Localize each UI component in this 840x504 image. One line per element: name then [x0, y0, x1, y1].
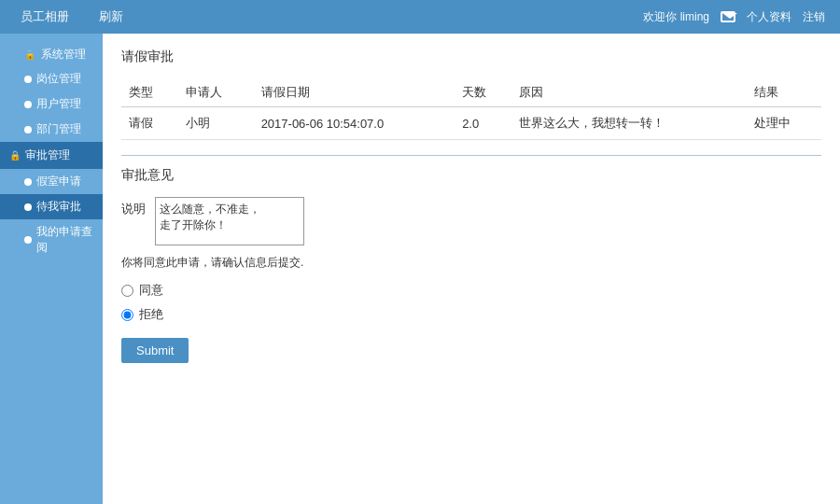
dot-icon-4: [24, 178, 32, 186]
nav-right: 欢迎你 liming 个人资料 注销: [643, 9, 825, 25]
cell-type: 请假: [121, 107, 178, 140]
page-title: 请假审批: [121, 49, 821, 65]
dot-icon-5: [24, 203, 32, 211]
agree-radio-row: 同意: [121, 282, 821, 299]
sidebar-apply-label: 假室申请: [36, 174, 81, 189]
nav-left: 员工相册 刷新: [15, 5, 643, 29]
col-days: 天数: [455, 78, 511, 107]
sidebar-item-position[interactable]: 岗位管理: [0, 66, 103, 91]
sidebar-dept-label: 部门管理: [36, 121, 81, 137]
nav-album[interactable]: 员工相册: [15, 5, 75, 29]
lock-icon: 🔒: [24, 49, 35, 60]
top-navigation: 员工相册 刷新 欢迎你 liming 个人资料 注销: [0, 0, 840, 34]
table-row: 请假 小明 2017-06-06 10:54:07.0 2.0 世界这么大，我想…: [121, 107, 821, 140]
cell-reason: 世界这么大，我想转一转！: [511, 107, 746, 140]
sidebar-pending-label: 待我审批: [36, 199, 81, 215]
description-textarea[interactable]: [155, 197, 304, 245]
sidebar-system-label: 系统管理: [41, 47, 86, 63]
cell-days: 2.0: [455, 107, 511, 140]
sidebar-item-dept[interactable]: 部门管理: [0, 117, 103, 142]
reject-label[interactable]: 拒绝: [139, 306, 163, 323]
col-date: 请假日期: [254, 78, 455, 107]
logout-link[interactable]: 注销: [803, 9, 825, 25]
dot-icon-3: [24, 126, 32, 133]
sidebar-item-user[interactable]: 用户管理: [0, 91, 103, 117]
leave-table: 类型 申请人 请假日期 天数 原因 结果 请假 小明 2017-06-06 10…: [121, 78, 821, 140]
agree-radio[interactable]: [121, 285, 133, 297]
sidebar-myapply-label: 我的申请查阅: [36, 224, 93, 256]
description-row: 说明: [121, 197, 821, 245]
mail-icon[interactable]: [721, 11, 735, 22]
approval-icon: 🔒: [9, 150, 21, 161]
sidebar-item-myapply[interactable]: 我的申请查阅: [0, 219, 103, 260]
sidebar-section-system[interactable]: 🔒 系统管理: [0, 41, 103, 66]
col-reason: 原因: [511, 78, 746, 107]
cell-date: 2017-06-06 10:54:07.0: [254, 107, 455, 140]
sidebar-section-approval[interactable]: 🔒 审批管理: [0, 142, 103, 169]
dot-icon-1: [24, 76, 32, 83]
submit-button[interactable]: Submit: [121, 338, 189, 363]
reject-radio-row: 拒绝: [121, 306, 821, 323]
col-result: 结果: [747, 78, 821, 107]
approval-section-title: 审批意见: [121, 167, 821, 184]
dot-icon-2: [24, 101, 32, 108]
sidebar: 🔒 系统管理 岗位管理 用户管理 部门管理 🔒 审批管理 假室申请 待我审批: [0, 34, 103, 504]
sidebar-user-label: 用户管理: [36, 96, 81, 112]
col-type: 类型: [121, 78, 178, 107]
confirm-text: 你将同意此申请，请确认信息后提交.: [121, 255, 821, 271]
nav-refresh[interactable]: 刷新: [93, 5, 129, 29]
profile-link[interactable]: 个人资料: [747, 9, 791, 25]
agree-label[interactable]: 同意: [139, 282, 163, 299]
cell-applicant: 小明: [178, 107, 253, 140]
main-content: 请假审批 类型 申请人 请假日期 天数 原因 结果 请假 小明 2017-06-…: [103, 34, 840, 504]
section-divider: [121, 155, 821, 156]
sidebar-item-apply[interactable]: 假室申请: [0, 169, 103, 194]
description-label: 说明: [121, 197, 155, 217]
sidebar-item-pending[interactable]: 待我审批: [0, 194, 103, 219]
main-layout: 🔒 系统管理 岗位管理 用户管理 部门管理 🔒 审批管理 假室申请 待我审批: [0, 34, 840, 504]
sidebar-position-label: 岗位管理: [36, 71, 81, 87]
reject-radio[interactable]: [121, 309, 133, 321]
col-applicant: 申请人: [178, 78, 253, 107]
dot-icon-6: [24, 236, 32, 244]
welcome-text: 欢迎你 liming: [643, 9, 709, 25]
sidebar-approval-label: 审批管理: [25, 147, 70, 163]
cell-result: 处理中: [747, 107, 821, 140]
